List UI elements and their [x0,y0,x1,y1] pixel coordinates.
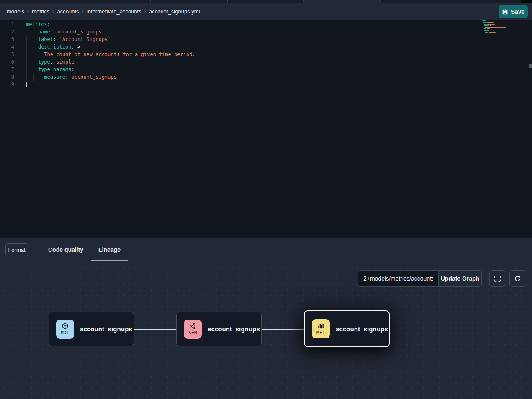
editor-tab-6[interactable] [381,0,456,3]
minimap-line [490,25,491,26]
minimap-line [485,27,506,28]
code-token: : [50,59,53,65]
editor-tab-4[interactable] [228,0,304,3]
code-token: measure [44,74,65,80]
code-line-8[interactable]: measure: account_signups [26,73,480,81]
node-type-label: MDL [61,330,69,335]
line-number: 6 [0,58,14,66]
ide-window: models›metrics›accounts›intermediate_acc… [0,0,532,399]
fullscreen-icon [494,275,501,282]
minimap-line [484,28,486,29]
code-line-2[interactable]: - name: account_signups [26,28,480,36]
breadcrumb-separator-icon: › [52,8,54,14]
tab-code-quality[interactable]: Code quality [41,238,91,261]
code-token: : [50,29,53,35]
code-editor[interactable]: 123456789 metrics: - name: account_signu… [0,20,532,238]
node-type-label: MET [316,330,325,335]
breadcrumb: models›metrics›accounts›intermediate_acc… [7,8,200,15]
text-cursor [26,82,27,87]
cube-icon [62,322,69,330]
editor-tab-3[interactable] [151,0,228,3]
line-number: 7 [0,66,14,73]
indent-guide [26,36,27,43]
breadcrumb-separator-icon: › [27,8,29,14]
breadcrumb-item-metrics[interactable]: metrics [32,8,49,15]
share-network-icon [189,322,196,330]
node-badge-sem: SEM [184,320,202,339]
line-number: 3 [0,36,14,43]
code-line-9[interactable] [26,81,480,88]
minimap-line [487,28,490,29]
lineage-node-met[interactable]: METaccount_signups [304,310,390,347]
node-label: account_signups [208,325,260,332]
line-number: 4 [0,43,14,51]
editor-tab-1[interactable] [0,0,75,3]
indent-guide [33,73,34,81]
minimap-line [484,22,487,23]
editor-tab-5[interactable] [304,0,381,3]
code-line-1[interactable]: metrics: [26,20,480,28]
code-token: : [71,66,74,72]
minimap-line [489,32,496,33]
minimap[interactable] [482,20,524,37]
code-line-6[interactable]: type: simple [26,58,480,66]
lineage-edge [262,329,305,330]
breadcrumb-bar: models›metrics›accounts›intermediate_acc… [0,3,532,20]
lineage-node-sem[interactable]: SEMaccount_signups [176,312,262,346]
editor-tab-2[interactable] [75,0,151,3]
minimap-line [487,22,494,23]
panel-tabs: Code qualityLineage [41,238,128,261]
node-badge-met: MET [312,319,330,338]
code-token: The count of new accounts for a given ti… [44,51,195,57]
code-token [26,59,38,65]
breadcrumb-item-account_signups.yml[interactable]: account_signups.yml [149,8,200,15]
lineage-selector-group: Update Graph [358,270,482,287]
breadcrumb-item-accounts[interactable]: accounts [57,8,79,15]
code-token: name [38,29,50,35]
line-number-gutter: 123456789 [0,20,14,88]
panel-divider [34,240,34,260]
update-graph-button[interactable]: Update Graph [438,270,482,287]
code-line-4[interactable]: description: > [26,43,480,51]
code-line-7[interactable]: type_params: [26,66,480,73]
fullscreen-button[interactable] [489,270,505,287]
code-token: metrics [26,21,47,27]
node-label: account_signups [336,325,388,332]
indent-guide [41,73,41,81]
editor-tab-7[interactable] [456,0,521,3]
line-number: 2 [0,28,14,36]
code-content[interactable]: metrics: - name: account_signups label: … [26,20,480,88]
code-token [26,29,32,35]
minimap-line [485,32,488,33]
minimap-line [484,25,489,26]
code-token: type [38,59,50,65]
refresh-button[interactable] [509,270,525,287]
format-button[interactable]: Format [5,243,28,256]
node-badge-mdl: MDL [56,320,74,339]
breadcrumb-item-models[interactable]: models [7,8,24,15]
save-button[interactable]: Save [499,5,528,18]
refresh-icon [514,275,521,282]
code-token [26,44,38,50]
lineage-node-mdl[interactable]: MDLaccount_signups [49,312,134,346]
lineage-edge [134,329,176,330]
code-token [26,66,38,72]
code-token: > [75,44,80,50]
code-token: : [47,21,50,27]
lineage-selector-input[interactable] [358,270,438,287]
minimap-line [484,24,487,25]
minimap-line [484,30,489,31]
code-token [26,74,44,80]
code-line-5[interactable]: The count of new accounts for a given ti… [26,51,480,58]
scrollbar-marker [529,64,532,68]
line-number: 8 [0,73,14,81]
indent-guide [26,58,27,66]
code-line-3[interactable]: label: 'Account Signups' [26,36,480,43]
code-token: simple [53,59,75,65]
breadcrumb-item-intermediate_accounts[interactable]: intermediate_accounts [87,8,141,15]
indent-guide [26,43,27,51]
indent-guide [26,73,27,81]
minimap-line [487,24,495,25]
tab-lineage[interactable]: Lineage [91,238,128,261]
breadcrumb-separator-icon: › [82,8,84,14]
